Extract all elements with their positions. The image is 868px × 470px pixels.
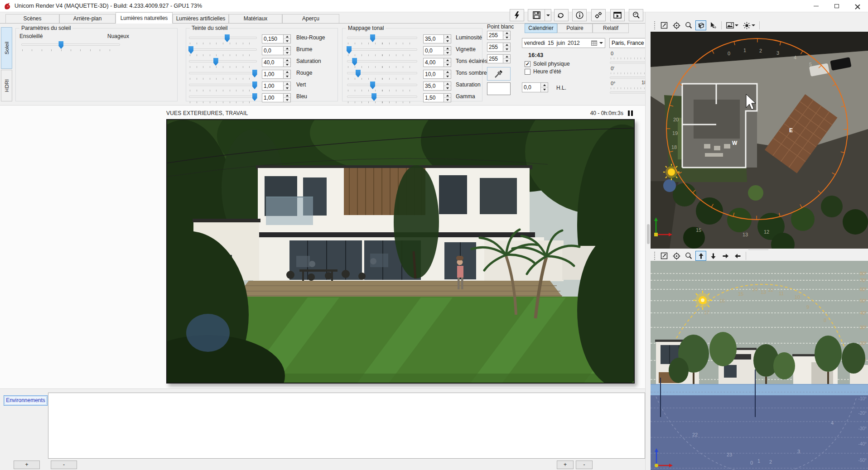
slider-thumb[interactable] bbox=[252, 70, 257, 77]
blue-red-spinner[interactable] bbox=[283, 34, 291, 43]
spin-up-icon[interactable] bbox=[444, 94, 451, 98]
spin-down-icon[interactable] bbox=[503, 47, 510, 51]
sun-position-marker[interactable] bbox=[663, 164, 680, 180]
blue-value[interactable] bbox=[262, 93, 284, 102]
elevation-view[interactable]: 80° 70° 60° 50° 40° 30° 20° 10° 17 16 15… bbox=[651, 261, 868, 470]
elev-target-button[interactable] bbox=[671, 251, 682, 261]
env-add-button[interactable]: + bbox=[14, 460, 40, 469]
slider-thumb[interactable] bbox=[370, 82, 375, 89]
white-point-g[interactable] bbox=[487, 43, 503, 52]
haze-value[interactable] bbox=[262, 46, 284, 55]
render-image[interactable] bbox=[166, 119, 635, 384]
turntable-button[interactable] bbox=[554, 9, 569, 21]
spin-up-icon[interactable] bbox=[503, 43, 510, 47]
toolbar-grip-icon[interactable] bbox=[654, 21, 656, 29]
slider-thumb[interactable] bbox=[352, 58, 357, 66]
spin-up-icon[interactable] bbox=[444, 47, 451, 51]
shadows-spinner[interactable] bbox=[444, 70, 451, 79]
highlights-value[interactable] bbox=[423, 58, 444, 67]
spin-down-icon[interactable] bbox=[503, 35, 510, 39]
vertical-splitter[interactable] bbox=[645, 12, 651, 470]
tab-apercu[interactable]: Aperçu bbox=[282, 14, 339, 24]
spin-up-icon[interactable] bbox=[444, 82, 451, 86]
red-slider[interactable] bbox=[189, 72, 257, 74]
save-dropdown-button[interactable] bbox=[545, 9, 551, 21]
maximize-button[interactable] bbox=[826, 0, 847, 12]
sun-marker[interactable] bbox=[693, 291, 712, 310]
view-east-button[interactable] bbox=[720, 251, 731, 261]
blue-red-value[interactable] bbox=[262, 34, 284, 43]
sun-cloud-slider-thumb[interactable] bbox=[58, 41, 63, 49]
tint-saturation-value[interactable] bbox=[262, 58, 284, 67]
elev-zoom-button[interactable] bbox=[683, 251, 694, 261]
gamma-slider[interactable] bbox=[347, 96, 417, 98]
tab-polaire[interactable]: Polaire bbox=[557, 24, 593, 33]
dst-checkbox[interactable] bbox=[525, 69, 530, 75]
spin-down-icon[interactable] bbox=[284, 86, 290, 90]
gamma-spinner[interactable] bbox=[444, 93, 451, 102]
slider-thumb[interactable] bbox=[225, 34, 230, 42]
green-value[interactable] bbox=[262, 82, 284, 91]
green-spinner[interactable] bbox=[283, 82, 291, 91]
spin-down-icon[interactable] bbox=[444, 51, 451, 55]
blue-red-slider[interactable] bbox=[189, 37, 257, 39]
tab-arriere-plan[interactable]: Arrière-plan bbox=[59, 14, 116, 24]
tab-lumieres-artificielles[interactable]: Lumières artificielles bbox=[173, 14, 229, 24]
env-remove-button-right[interactable]: - bbox=[576, 460, 593, 469]
elev-fit-button[interactable] bbox=[659, 251, 670, 261]
spin-up-icon[interactable] bbox=[444, 70, 451, 74]
spin-up-icon[interactable] bbox=[284, 58, 290, 62]
blue-slider[interactable] bbox=[189, 96, 257, 98]
pause-button[interactable] bbox=[628, 110, 633, 116]
settings-button[interactable] bbox=[591, 9, 606, 21]
minimize-button[interactable] bbox=[805, 0, 826, 12]
vignette-spinner[interactable] bbox=[444, 46, 451, 55]
vignette-value[interactable] bbox=[423, 46, 444, 55]
azimuth-groove[interactable] bbox=[610, 62, 648, 64]
slider-thumb[interactable] bbox=[213, 58, 218, 66]
spin-up-icon[interactable] bbox=[541, 83, 548, 87]
altitude-groove[interactable] bbox=[610, 77, 648, 79]
brightness-spinner[interactable] bbox=[444, 34, 451, 43]
brightness-value[interactable] bbox=[423, 34, 444, 43]
white-point-g-spinner[interactable] bbox=[503, 43, 511, 52]
slider-thumb[interactable] bbox=[252, 82, 257, 89]
slider-thumb[interactable] bbox=[188, 46, 193, 54]
highlights-spinner[interactable] bbox=[444, 58, 451, 67]
eyedropper-button[interactable] bbox=[487, 67, 511, 81]
tab-lumieres-naturelles[interactable]: Lumières naturelles bbox=[116, 12, 173, 24]
hl-spinner[interactable] bbox=[540, 82, 548, 92]
view-west-button[interactable] bbox=[732, 251, 743, 261]
tab-materiaux[interactable]: Matériaux bbox=[229, 14, 282, 24]
spin-down-icon[interactable] bbox=[284, 39, 290, 43]
vignette-slider[interactable] bbox=[347, 48, 417, 51]
red-value[interactable] bbox=[262, 70, 284, 79]
spin-down-icon[interactable] bbox=[444, 39, 451, 43]
spin-up-icon[interactable] bbox=[284, 47, 290, 51]
tm-saturation-spinner[interactable] bbox=[444, 82, 451, 91]
hl-value[interactable] bbox=[522, 82, 541, 92]
physical-sun-checkbox[interactable]: ✓ bbox=[525, 61, 530, 67]
inspect-zoom-button[interactable] bbox=[629, 9, 643, 21]
tab-calendrier[interactable]: Calendrier bbox=[525, 24, 557, 33]
spin-up-icon[interactable] bbox=[503, 55, 510, 59]
slider-thumb[interactable] bbox=[370, 34, 375, 42]
spin-up-icon[interactable] bbox=[284, 94, 290, 98]
map-3d-cube-button[interactable] bbox=[695, 20, 706, 30]
green-slider[interactable] bbox=[189, 84, 257, 86]
spin-down-icon[interactable] bbox=[284, 98, 290, 102]
shadows-value[interactable] bbox=[423, 70, 444, 79]
spin-up-icon[interactable] bbox=[503, 31, 510, 35]
side-tab-soleil[interactable]: Soleil bbox=[1, 27, 12, 69]
location-field[interactable] bbox=[609, 38, 648, 48]
date-picker[interactable]: vendredi 15 juin 2012 bbox=[522, 38, 605, 48]
spin-down-icon[interactable] bbox=[444, 86, 451, 90]
save-button[interactable] bbox=[528, 9, 545, 21]
spin-up-icon[interactable] bbox=[444, 58, 451, 62]
side-tab-hdri[interactable]: HDRI bbox=[1, 70, 12, 101]
spin-down-icon[interactable] bbox=[444, 98, 451, 102]
view-north-button[interactable] bbox=[695, 251, 706, 261]
slider-thumb[interactable] bbox=[347, 46, 352, 54]
tm-saturation-slider[interactable] bbox=[347, 84, 417, 86]
site-plan-view[interactable]: 0 1 2 3 4 5 20 19 18 15 13 12 E W bbox=[651, 32, 868, 249]
